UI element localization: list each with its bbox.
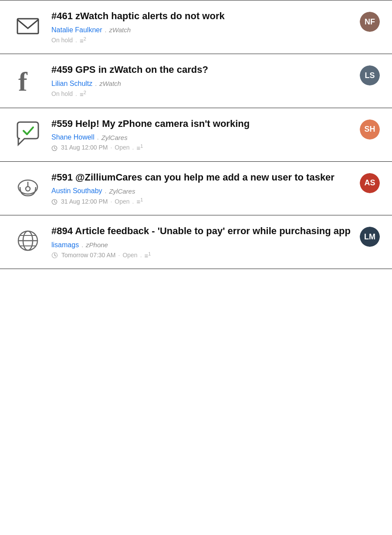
- clock-icon: [51, 252, 59, 259]
- ticket-title: #461 zWatch haptic alerts do not work: [51, 10, 352, 23]
- ticket-item[interactable]: f #459 GPS in zWatch on the cards?Lilian…: [0, 54, 392, 108]
- chat-check-icon: [12, 118, 44, 147]
- separator-dot: .: [132, 144, 134, 151]
- ticket-product: zWatch: [109, 26, 131, 34]
- ticket-datetime: Tomorrow 07:30 AM: [61, 252, 116, 259]
- avatar: NF: [360, 12, 380, 32]
- ticket-status: On hold: [51, 90, 73, 97]
- ticket-list: #461 zWatch haptic alerts do not workNat…: [0, 0, 392, 269]
- ticket-product: ZylCares: [109, 187, 135, 195]
- ticket-title: #459 GPS in zWatch on the cards?: [51, 64, 352, 76]
- separator-dot: .: [132, 198, 134, 205]
- ticket-author[interactable]: Natalie Faulkner: [51, 26, 102, 34]
- avatar: SH: [360, 119, 380, 140]
- ticket-status: Open: [122, 252, 137, 259]
- ticket-comments-count: ≡2: [80, 90, 86, 98]
- svg-text:f: f: [18, 67, 28, 93]
- ticket-item[interactable]: #591 @ZilliumCares can you help me add a…: [0, 162, 392, 215]
- separator-dot: .: [105, 27, 107, 34]
- ticket-author[interactable]: Lilian Schultz: [51, 80, 92, 88]
- globe-icon: [12, 225, 44, 255]
- ticket-product: ZylCares: [101, 134, 128, 141]
- ticket-author[interactable]: Shane Howell: [51, 133, 95, 141]
- ticket-status: Open: [115, 144, 129, 151]
- ticket-author[interactable]: lisamags: [51, 241, 79, 249]
- ticket-title: #894 Article feedback - 'Unable to pay' …: [51, 225, 352, 238]
- ticket-product: zPhone: [86, 241, 108, 249]
- ticket-item[interactable]: #894 Article feedback - 'Unable to pay' …: [0, 215, 392, 269]
- separator-dot: .: [95, 80, 97, 87]
- separator-dot: .: [75, 37, 77, 44]
- facebook-icon: f: [12, 64, 44, 93]
- separator-dot: .: [75, 90, 77, 97]
- ticket-title: #559 Help! My zPhone camera isn't workin…: [51, 118, 352, 130]
- ticket-item[interactable]: #461 zWatch haptic alerts do not workNat…: [0, 0, 392, 54]
- ticket-comments-count: ≡1: [136, 197, 143, 205]
- clock-icon: [51, 198, 58, 205]
- ticket-title: #591 @ZilliumCares can you help me add a…: [51, 171, 352, 184]
- ticket-item[interactable]: #559 Help! My zPhone camera isn't workin…: [0, 108, 392, 162]
- clock-icon: [51, 144, 58, 151]
- ticket-comments-count: ≡1: [145, 251, 151, 259]
- ticket-comments-count: ≡1: [136, 143, 143, 152]
- avatar: LM: [360, 227, 380, 247]
- separator-dot: .: [81, 242, 83, 249]
- ticket-author[interactable]: Austin Southaby: [51, 187, 102, 195]
- ticket-product: zWatch: [99, 80, 121, 87]
- ticket-datetime: 31 Aug 12:00 PM: [61, 144, 108, 151]
- avatar: AS: [360, 173, 380, 193]
- ticket-datetime: 31 Aug 12:00 PM: [61, 198, 108, 205]
- svg-rect-0: [17, 19, 38, 34]
- avatar: LS: [360, 65, 380, 85]
- ticket-comments-count: ≡2: [80, 36, 86, 44]
- separator-dot: .: [140, 252, 142, 259]
- email-icon: [12, 10, 44, 40]
- ticket-status: On hold: [51, 37, 73, 44]
- separator-dot: ·: [110, 198, 112, 205]
- separator-dot: .: [105, 187, 107, 194]
- separator-dot: ·: [118, 252, 120, 259]
- svg-point-4: [26, 187, 30, 191]
- separator-dot: ·: [110, 144, 112, 151]
- phone-icon: [12, 171, 44, 201]
- ticket-status: Open: [115, 198, 129, 205]
- separator-dot: .: [97, 134, 99, 141]
